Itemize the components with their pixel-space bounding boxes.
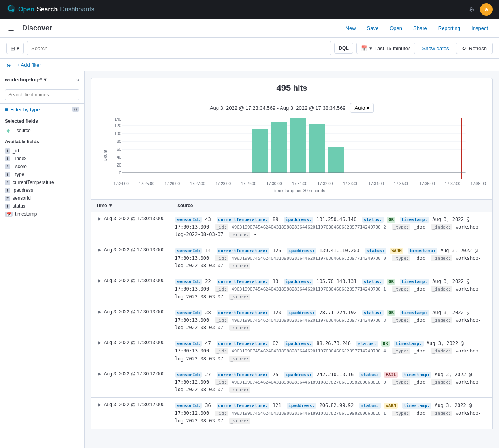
status-val: FAIL <box>384 372 398 378</box>
status-key: status: <box>365 248 386 254</box>
nav-open-button[interactable]: Open <box>385 23 407 34</box>
status-key: status: <box>359 403 380 409</box>
sensorid-key: sensorId: <box>175 217 202 223</box>
field-index[interactable]: t _index <box>5 155 79 163</box>
field-sensorid[interactable]: # sensorId <box>5 194 79 202</box>
chart-date-row: Aug 3, 2022 @ 17:23:34.569 - Aug 3, 2022… <box>98 103 486 113</box>
time-range-label: Last 15 minutes <box>375 45 411 51</box>
temp-key: currentTemperature: <box>217 217 269 223</box>
chart-area: Count 0 20 40 60 80 <box>98 118 486 193</box>
dql-button[interactable]: DQL <box>334 43 353 54</box>
ip-key: ipaddress: <box>287 310 316 316</box>
table-row: ▶ Aug 3, 2022 @ 17:30:12.000 sensorId: 2… <box>91 367 493 398</box>
ts-key: timestamp: <box>402 403 431 409</box>
time-cell: ▶ Aug 3, 2022 @ 17:30:12.000 <box>91 367 170 398</box>
refresh-button[interactable]: ↻ Refresh <box>456 43 493 54</box>
field-timestamp[interactable]: 📅 timestamp <box>5 210 79 218</box>
index-pattern-button[interactable]: workshop-log-* ▾ <box>5 77 47 82</box>
ip-key: ipaddress: <box>284 217 313 223</box>
search-input[interactable] <box>31 45 327 51</box>
status-key: status: <box>359 372 380 378</box>
avatar[interactable]: a <box>480 3 493 16</box>
time-range-button[interactable]: 📅 ▾ Last 15 minutes <box>356 43 415 54</box>
ts-key: timestamp: <box>400 217 429 223</box>
status-val: OK <box>387 310 395 316</box>
sensorid-val: 22 <box>205 279 211 284</box>
ip-key: ipaddress: <box>284 341 313 347</box>
expand-row-button[interactable]: ▶ <box>96 340 103 345</box>
field-type[interactable]: t _type <box>5 171 79 178</box>
index-down-icon: ⊞ <box>11 45 15 51</box>
field-index-label: _index <box>13 156 26 161</box>
index-pattern-chevron: ▾ <box>44 77 47 82</box>
expand-row-button[interactable]: ▶ <box>96 278 103 283</box>
field-temp-type: # <box>5 180 10 185</box>
source-cell: sensorId: 38 currentTemperature: 120 ipa… <box>170 305 493 336</box>
svg-text:20: 20 <box>117 163 121 167</box>
source-type-icon: ◈ <box>5 127 11 134</box>
id-key: _id: <box>215 255 228 261</box>
temp-key: currentTemperature: <box>217 372 269 378</box>
hamburger-button[interactable]: ☰ <box>6 22 16 34</box>
nav-save-button[interactable]: Save <box>362 23 384 34</box>
nav-new-button[interactable]: New <box>341 23 361 34</box>
nav-inspect-button[interactable]: Inspect <box>467 23 493 34</box>
ip-val: 139.41.110.203 <box>320 248 360 253</box>
expand-row-button[interactable]: ▶ <box>96 247 103 253</box>
field-currenttemperature[interactable]: # currentTemperature <box>5 178 79 186</box>
sidebar: workshop-log-* ▾ « ≡ Filter by type 0 Se… <box>0 71 85 448</box>
score-key: _score: <box>229 418 250 424</box>
calendar-icon: 📅 <box>361 45 367 51</box>
chart-interval-button[interactable]: Auto ▾ <box>350 103 374 113</box>
expand-row-button[interactable]: ▶ <box>96 371 103 377</box>
expand-row-button[interactable]: ▶ <box>96 402 103 407</box>
svg-text:0: 0 <box>119 171 121 175</box>
ts-key: timestamp: <box>394 341 423 347</box>
ip-val: 131.250.46.140 <box>316 217 356 222</box>
id-val: 4963199074546240431898828364462011976364… <box>232 287 386 292</box>
content-area: 495 hits Aug 3, 2022 @ 17:23:34.569 - Au… <box>85 71 499 448</box>
field-score[interactable]: # _score <box>5 163 79 171</box>
index-key: _index: <box>431 379 452 385</box>
status-key: status: <box>362 217 384 223</box>
type-val: _doc <box>414 411 425 416</box>
source-cell: sensorId: 36 currentTemperature: 121 ipa… <box>170 398 493 429</box>
settings-button[interactable]: ⚙ <box>467 4 477 16</box>
show-dates-button[interactable]: Show dates <box>418 43 453 54</box>
field-ipaddress[interactable]: t ipaddress <box>5 186 79 194</box>
bar-8 <box>309 124 325 173</box>
nav-reporting-button[interactable]: Reporting <box>433 23 465 34</box>
field-ip-label: ipaddress <box>13 187 33 193</box>
filter-by-type-row[interactable]: ≡ Filter by type 0 <box>0 104 84 115</box>
auto-label: Auto <box>354 105 365 111</box>
sensorid-key: sensorId: <box>175 248 202 254</box>
score-val: - <box>254 294 256 300</box>
time-cell: ▶ Aug 3, 2022 @ 17:30:13.000 <box>91 212 170 243</box>
field-status[interactable]: t status <box>5 202 79 210</box>
score-key: _score: <box>229 356 250 362</box>
temp-val: 89 <box>273 217 278 222</box>
index-selector-button[interactable]: ⊞ ▾ <box>6 43 24 54</box>
nav-share-button[interactable]: Share <box>409 23 432 34</box>
sidebar-collapse-button[interactable]: « <box>76 76 79 82</box>
selected-field-source[interactable]: ◈ _source <box>5 126 79 135</box>
time-cell: ▶ Aug 3, 2022 @ 17:30:13.000 <box>91 305 170 336</box>
table-body: ▶ Aug 3, 2022 @ 17:30:13.000 sensorId: 4… <box>91 212 493 429</box>
id-val: 4963199074546240431898828364461891083782… <box>232 380 386 385</box>
selected-fields-title: Selected fields <box>5 118 79 124</box>
field-id[interactable]: t _id <box>5 147 79 155</box>
filter-icon-button[interactable]: ⊖ <box>6 62 11 68</box>
add-filter-button[interactable]: + Add filter <box>14 61 43 69</box>
field-temp-label: currentTemperature <box>13 180 54 185</box>
field-ip-type: t <box>5 188 10 193</box>
refresh-icon: ↻ <box>462 45 466 51</box>
status-val: OK <box>381 341 390 347</box>
expand-row-button[interactable]: ▶ <box>96 216 103 221</box>
sensorid-key: sensorId: <box>175 279 202 285</box>
svg-text:140: 140 <box>115 118 121 122</box>
type-key: _type: <box>392 379 410 385</box>
filter-by-type-label: ≡ Filter by type <box>5 106 40 112</box>
search-field-input[interactable] <box>5 89 79 100</box>
expand-row-button[interactable]: ▶ <box>96 309 103 315</box>
field-score-label: _score <box>13 164 27 169</box>
